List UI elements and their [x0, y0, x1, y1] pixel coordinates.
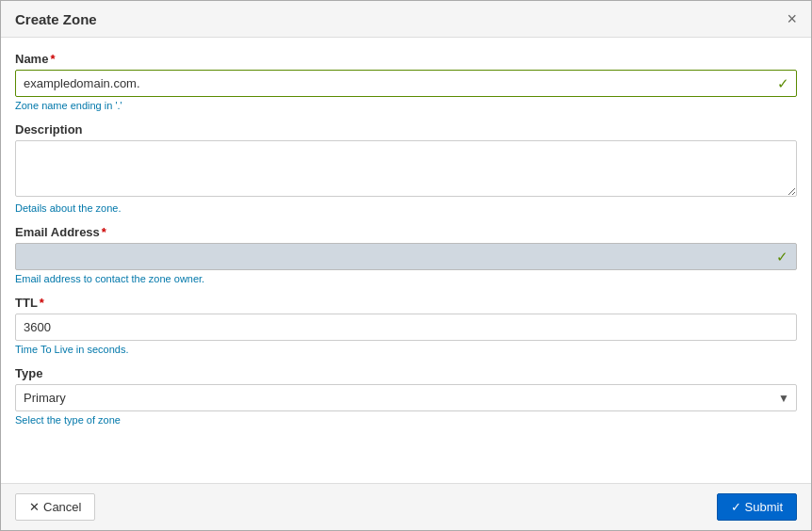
modal-header: Create Zone ×	[1, 1, 811, 38]
name-check-icon: ✓	[777, 75, 789, 92]
type-select[interactable]: Primary Secondary Slave	[15, 384, 797, 411]
create-zone-modal: Create Zone × Name* ✓ Zone name ending i…	[0, 0, 812, 531]
name-help-text: Zone name ending in '.'	[15, 100, 797, 111]
email-label: Email Address*	[15, 225, 797, 239]
description-label: Description	[15, 122, 797, 137]
email-input[interactable]	[16, 244, 796, 269]
cancel-button[interactable]: ✕Cancel	[15, 493, 95, 521]
name-input[interactable]	[15, 70, 797, 97]
ttl-help-text: Time To Live in seconds.	[15, 344, 797, 355]
ttl-input[interactable]	[15, 314, 797, 341]
email-group: Email Address* ✓ Email address to contac…	[15, 225, 797, 284]
modal-footer: ✕Cancel ✓Submit	[1, 483, 811, 530]
submit-button[interactable]: ✓Submit	[717, 493, 797, 521]
close-button[interactable]: ×	[787, 10, 797, 27]
email-input-wrapper: ✓	[15, 243, 797, 270]
email-check-icon: ✓	[776, 249, 788, 266]
description-help-text: Details about the zone.	[15, 202, 797, 214]
description-input[interactable]	[15, 140, 797, 197]
type-select-wrapper: Primary Secondary Slave ▼	[15, 384, 797, 411]
name-group: Name* ✓ Zone name ending in '.'	[15, 52, 797, 111]
ttl-label: TTL*	[15, 296, 797, 310]
email-required: *	[102, 225, 106, 239]
name-label: Name*	[15, 52, 797, 66]
cancel-icon: ✕	[29, 500, 40, 514]
name-input-wrapper: ✓	[15, 70, 797, 97]
email-help-text: Email address to contact the zone owner.	[15, 273, 797, 284]
type-help-text: Select the type of zone	[15, 414, 797, 426]
ttl-required: *	[40, 296, 44, 310]
type-group: Type Primary Secondary Slave ▼ Select th…	[15, 366, 797, 426]
type-label: Type	[15, 366, 797, 380]
ttl-group: TTL* Time To Live in seconds.	[15, 296, 797, 355]
modal-title: Create Zone	[15, 11, 97, 27]
modal-body: Name* ✓ Zone name ending in '.' Descript…	[1, 38, 811, 483]
submit-icon: ✓	[731, 500, 741, 514]
description-group: Description Details about the zone.	[15, 122, 797, 214]
name-required: *	[50, 52, 55, 66]
